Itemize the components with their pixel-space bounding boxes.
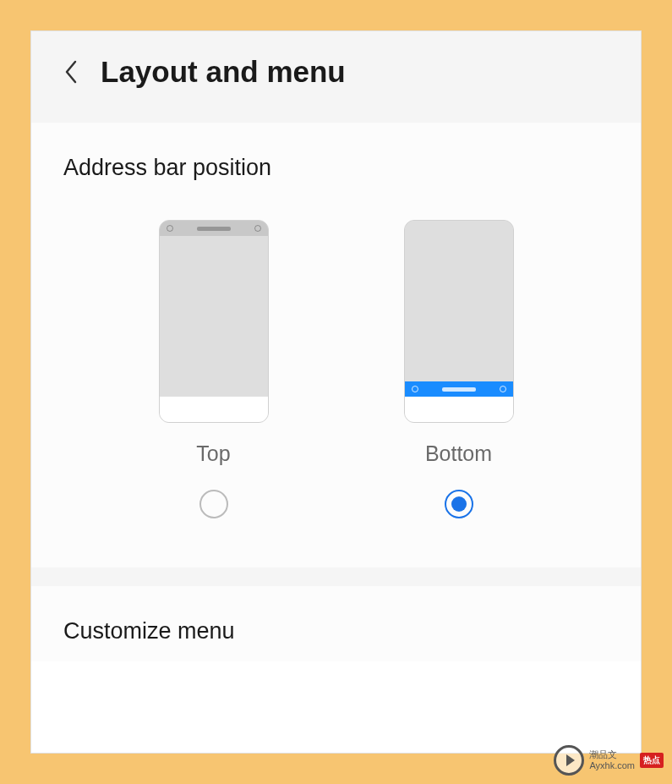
- phone-preview-bottom: [404, 220, 514, 423]
- url-bar-icon: [197, 227, 231, 231]
- settings-card: Layout and menu Address bar position Top: [30, 30, 642, 754]
- phone-nav: [405, 397, 513, 422]
- header: Layout and menu: [31, 31, 641, 123]
- phone-body: [405, 221, 513, 381]
- url-bar-icon: [442, 387, 476, 392]
- watermark: 潮品文 Ayxhk.com 热点: [554, 745, 664, 776]
- option-top-label: Top: [196, 441, 230, 466]
- option-bottom-label: Bottom: [425, 441, 492, 466]
- back-button[interactable]: [58, 59, 84, 85]
- radio-top[interactable]: [199, 490, 228, 518]
- radio-bottom[interactable]: [445, 490, 473, 518]
- option-bottom[interactable]: Bottom: [404, 220, 514, 518]
- page-title: Layout and menu: [101, 55, 346, 89]
- watermark-text: 潮品文 Ayxhk.com: [589, 749, 635, 771]
- customize-menu-item[interactable]: Customize menu: [63, 618, 609, 644]
- section-divider: [31, 567, 641, 586]
- refresh-icon: [254, 225, 261, 232]
- radio-dot: [451, 496, 467, 512]
- play-icon: [554, 745, 584, 776]
- section-title: Address bar position: [63, 155, 609, 181]
- option-top[interactable]: Top: [159, 220, 269, 518]
- phone-body: [160, 236, 268, 397]
- refresh-icon: [500, 386, 506, 392]
- phone-nav: [160, 397, 268, 422]
- options-container: Top Bottom: [63, 220, 609, 518]
- watermark-badge: 热点: [640, 753, 664, 768]
- phone-address-bar-bottom: [405, 381, 513, 397]
- star-icon: [167, 225, 173, 232]
- phone-address-bar-top: [160, 221, 268, 236]
- address-bar-section: Address bar position Top: [31, 123, 641, 567]
- customize-section: Customize menu: [31, 586, 641, 661]
- phone-preview-top: [159, 220, 269, 423]
- chevron-left-icon: [63, 59, 79, 85]
- star-icon: [412, 386, 418, 392]
